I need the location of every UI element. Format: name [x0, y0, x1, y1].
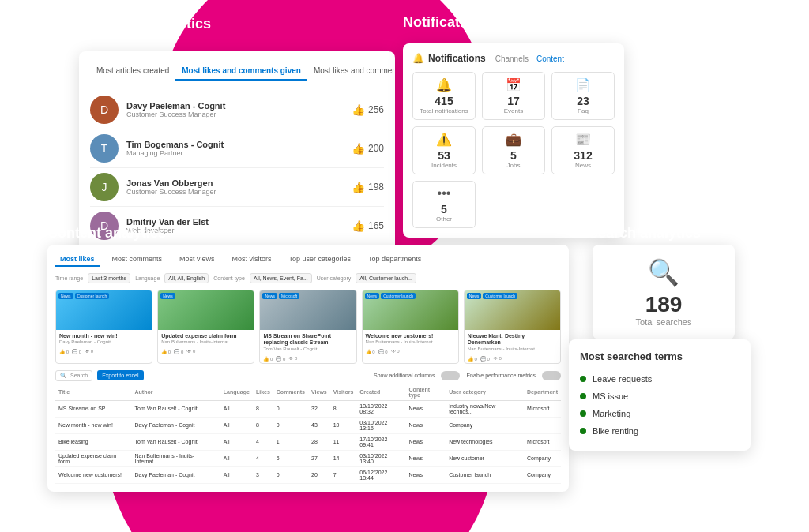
article-card: News Updated expense claim form Nan Bult…	[157, 290, 254, 364]
tab-top-departments[interactable]: Top departments	[363, 253, 426, 267]
view-stat: 👁 0	[186, 349, 195, 354]
table-cell	[524, 417, 561, 433]
table-cell: Davy Paeleman - Cognit	[132, 466, 220, 483]
user-row: J Jonas Van Obbergen Customer Success Ma…	[90, 168, 384, 207]
article-card: NewsMicrosoft MS Stream on SharePoint re…	[259, 290, 356, 364]
comment-stat: 💬 0	[378, 349, 388, 354]
filter-time-range[interactable]: Last 3 months	[88, 273, 130, 283]
table-cell: All	[220, 450, 253, 466]
table-cell: Welcome new customers!	[55, 466, 132, 483]
export-button[interactable]: Export to excel	[97, 370, 143, 380]
article-info: Welcome new customers! Nan Bultermans - …	[363, 330, 458, 347]
notif-item-count: 312	[574, 149, 592, 162]
table-cell: New customer	[446, 450, 524, 466]
article-badges: NewsCustomer launch	[58, 293, 109, 299]
avatar: T	[90, 134, 119, 163]
view-stat: 👁 0	[85, 349, 93, 354]
table-controls: 🔍 Search Export to excel Show additional…	[55, 370, 561, 381]
table-cell: 7	[330, 466, 357, 483]
user-info: Davy Paeleman - Cognit Customer Success …	[126, 101, 352, 118]
toggle-additional[interactable]	[441, 371, 460, 380]
article-thumb: NewsMicrosoft	[260, 290, 356, 330]
notif-item: ••• 5 Other	[412, 181, 476, 228]
table-cell: 8	[253, 417, 273, 433]
total-search-count: 189	[605, 292, 722, 317]
user-role: Customer Success Manager	[126, 188, 352, 196]
like-icon: 👍	[352, 219, 365, 232]
table-cell: News	[406, 400, 446, 417]
article-thumb: News	[158, 290, 254, 330]
total-search-label: Total searches	[605, 317, 722, 327]
tab-most-comments[interactable]: Most comments	[107, 253, 167, 267]
toggle-row: Show additional columns Enable performan…	[374, 371, 561, 380]
notif-grid: 🔔 415 Total notifications 📅 17 Events 📄 …	[412, 72, 615, 228]
tab-most-articles[interactable]: Most articles created	[90, 62, 175, 81]
tab-top-user-categories[interactable]: Top user categories	[284, 253, 356, 267]
tab-content[interactable]: Content	[536, 54, 564, 63]
table-cell: 20	[308, 466, 330, 483]
table-cell: News	[406, 433, 446, 450]
comment-stat: 💬 0	[480, 356, 490, 362]
table-cell: New technologies	[446, 433, 524, 450]
like-count: 256	[368, 104, 384, 115]
notif-item: 🔔 415 Total notifications	[412, 72, 476, 120]
table-cell: 4	[253, 450, 273, 466]
article-badges: NewsMicrosoft	[262, 293, 299, 299]
table-cell: Davy Paeleman - Cognit	[132, 417, 220, 433]
table-column-header: Likes	[253, 384, 273, 401]
filter-language[interactable]: All, All, English	[164, 273, 209, 283]
like-stat: 👍 0	[263, 356, 273, 362]
table-cell: 17/10/2022 09:41	[356, 433, 405, 450]
table-cell: All	[220, 466, 253, 483]
notif-item: 💼 5 Jobs	[482, 126, 545, 174]
article-badge: Customer launch	[483, 293, 517, 299]
table-cell: Industry news/New technos...	[446, 400, 524, 417]
article-author: Nan Bultermans - Inuits-Internat...	[366, 339, 455, 344]
view-stat: 👁 0	[493, 356, 502, 362]
notif-item-count: 415	[435, 95, 453, 107]
toggle-performance[interactable]	[542, 371, 561, 380]
notif-item-label: Total notifications	[420, 107, 468, 114]
table-cell: 13/10/2022 08:32	[356, 400, 405, 417]
table-cell: 1	[273, 433, 308, 450]
term-dot	[580, 428, 586, 434]
user-likes: 👍 256	[352, 103, 384, 116]
notif-item-icon: 📅	[506, 77, 521, 92]
notif-item-count: 17	[507, 95, 520, 107]
article-author: Tom Van Rauselt - Cognit	[263, 347, 352, 351]
table-cell: 11	[330, 433, 357, 450]
search-big-icon: 🔍	[605, 257, 722, 287]
tab-most-views[interactable]: Most views	[175, 253, 220, 267]
table-column-header: Department	[524, 384, 561, 401]
user-likes: 👍 200	[352, 142, 384, 155]
tab-most-likes-given[interactable]: Most likes and comments given	[175, 62, 307, 81]
table-cell: 14	[330, 450, 357, 466]
table-cell: Microsoft	[524, 433, 561, 450]
filter-user-category[interactable]: All, Customer lauch...	[356, 273, 416, 283]
table-cell: Company	[446, 417, 524, 433]
user-row: T Tim Bogemans - Cognit Managing Partner…	[90, 129, 384, 168]
table-cell: 0	[273, 466, 308, 483]
table-column-header: Created	[356, 384, 405, 401]
table-row: MS Streams on SPTom Van Rauselt - Cognit…	[55, 400, 561, 417]
tab-most-visitors[interactable]: Most visitors	[228, 253, 277, 267]
article-info: Nieuwe klant: Destiny Denemarken Nan Bul…	[465, 330, 560, 354]
table-column-header: Views	[308, 384, 330, 401]
notif-header: 🔔 Notifications Channels Content	[412, 53, 615, 64]
search-box[interactable]: 🔍 Search	[55, 370, 92, 381]
tab-channels[interactable]: Channels	[495, 54, 529, 63]
table-cell: Customer launch	[446, 466, 524, 483]
article-badge: Customer launch	[381, 293, 416, 299]
article-stats: 👍 0 💬 0 👁 0	[158, 347, 254, 356]
filter-content-type[interactable]: All, News, Event, Fa...	[250, 273, 312, 283]
notif-item-label: News	[575, 162, 591, 169]
article-badge: News	[160, 293, 175, 299]
table-column-header: User category	[446, 384, 524, 401]
tab-most-likes-received[interactable]: Most likes and comments received	[307, 62, 395, 81]
table-cell: 0	[273, 417, 308, 433]
tab-most-likes[interactable]: Most likes	[55, 253, 100, 267]
article-stats: 👍 0 💬 0 👁 0	[260, 354, 356, 363]
show-additional-label: Show additional columns	[374, 373, 435, 378]
table-cell: Tom Van Rauselt - Cognit	[132, 433, 220, 450]
table-cell: 6	[273, 450, 308, 466]
